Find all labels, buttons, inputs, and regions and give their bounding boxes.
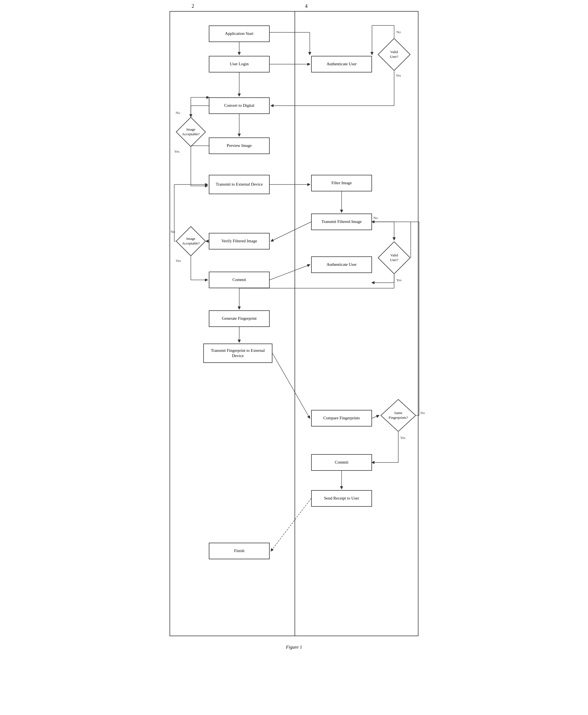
svg-text:No: No: [176, 111, 180, 115]
svg-line-52: [372, 416, 379, 418]
svg-line-46: [270, 265, 310, 280]
svg-text:Yes: Yes: [176, 259, 181, 263]
generate-fingerprint-box: Generate Fingerprint: [209, 310, 270, 327]
commit-right-box: Commit: [311, 454, 372, 471]
image-acceptable-top-diamond: ImageAcceptable?: [176, 117, 206, 147]
diagram-wrapper: 2 4 Application Start User Login Convert…: [170, 11, 418, 636]
authenticate-user-top-box: Authenticate User: [311, 56, 372, 72]
convert-digital-box: Convert to Digital: [209, 97, 270, 114]
send-receipt-box: Send Receipt to User: [311, 490, 372, 507]
figure-caption: Figure 1: [286, 645, 302, 650]
app-start-box: Application Start: [209, 25, 270, 42]
svg-text:No: No: [420, 411, 425, 415]
svg-line-37: [271, 222, 311, 241]
svg-text:No: No: [171, 230, 175, 234]
verify-filtered-box: Verify Filtered Image: [209, 233, 270, 250]
diagram-border: Application Start User Login Convert to …: [170, 11, 418, 636]
label-2: 2: [192, 3, 194, 9]
arrows-svg: No Yes No Yes: [170, 12, 418, 636]
commit-left-box: Commit: [209, 272, 270, 288]
compare-fingerprints-box: Compare Fingerprints: [311, 410, 372, 426]
valid-user-top-diamond: ValidUser?: [378, 38, 411, 71]
image-acceptable-bot-diamond: ImageAcceptable?: [176, 226, 206, 256]
svg-text:Yes: Yes: [174, 149, 180, 153]
preview-image-box: Preview Image: [209, 138, 270, 154]
column-divider: [295, 12, 295, 636]
finish-box: Finish: [209, 543, 270, 559]
svg-line-61: [271, 499, 311, 551]
svg-line-51: [272, 353, 310, 418]
svg-text:Yes: Yes: [396, 73, 401, 78]
label-4: 4: [305, 3, 308, 9]
svg-text:No: No: [396, 30, 401, 34]
authenticate-user-bot-box: Authenticate User: [311, 256, 372, 273]
svg-text:Yes: Yes: [396, 278, 402, 282]
transmit-external-box: Transmit to External Device: [209, 175, 270, 194]
transmit-fingerprint-box: Transmit Fingerprint to External Device: [203, 343, 272, 363]
filter-image-box: Filter Image: [311, 175, 372, 191]
user-login-box: User Login: [209, 56, 270, 72]
svg-text:Yes: Yes: [400, 436, 405, 440]
valid-user-bot-diamond: ValidUser?: [378, 241, 411, 274]
svg-text:No: No: [373, 216, 378, 220]
same-fingerprints-diamond: SameFingerprints?: [380, 399, 416, 432]
transmit-filtered-box: Transmit Filtered Image: [311, 213, 372, 230]
